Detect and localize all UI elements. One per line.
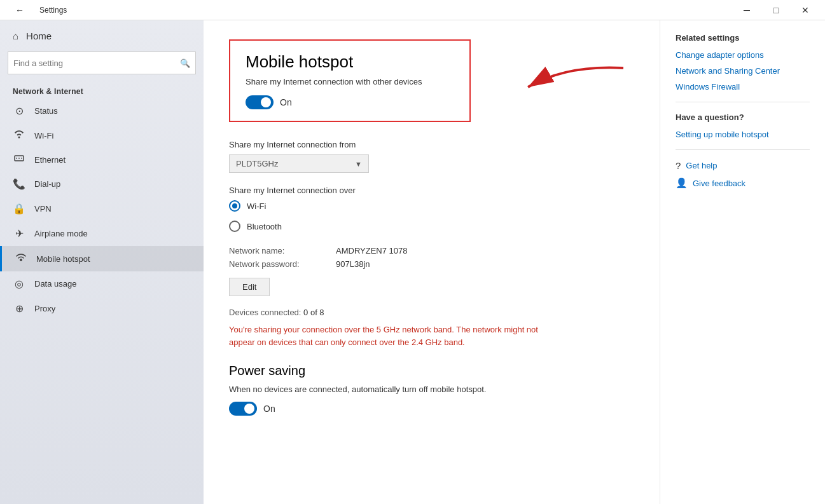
titlebar-controls: ─ □ ✕ <box>732 0 820 20</box>
feedback-icon: 👤 <box>676 177 688 189</box>
sidebar-item-hotspot[interactable]: Mobile hotspot <box>0 246 204 271</box>
status-icon: ⊙ <box>13 105 25 117</box>
hotspot-subtitle: Share my Internet connection with other … <box>246 77 454 86</box>
sidebar-item-label: Status <box>34 106 58 116</box>
dialup-icon: 📞 <box>13 178 25 190</box>
close-button[interactable]: ✕ <box>791 0 820 20</box>
main-area: Mobile hotspot Share my Internet connect… <box>204 20 825 504</box>
help-icon: ? <box>676 160 681 171</box>
change-adapter-link[interactable]: Change adapter options <box>676 50 810 60</box>
home-icon: ⌂ <box>13 31 18 41</box>
toggle-knob <box>261 97 271 107</box>
titlebar-left: ← Settings <box>5 0 67 20</box>
sidebar-item-label: VPN <box>34 204 52 214</box>
radio-wifi[interactable]: Wi-Fi <box>229 200 634 212</box>
related-settings-title: Related settings <box>676 33 810 43</box>
devices-connected-value: 0 of 8 <box>303 308 324 317</box>
sidebar-item-label: Airplane mode <box>34 229 88 238</box>
sidebar-item-label: Ethernet <box>34 155 66 165</box>
sidebar-item-dialup[interactable]: 📞 Dial-up <box>0 172 204 196</box>
titlebar: ← Settings ─ □ ✕ <box>0 0 825 20</box>
toggle-row: On <box>246 95 454 109</box>
sidebar-item-datausage[interactable]: ◎ Data usage <box>0 271 204 296</box>
divider2 <box>676 149 810 150</box>
divider <box>676 102 810 102</box>
network-name-value: AMDRYZEN7 1078 <box>336 246 634 255</box>
share-from-dropdown[interactable]: PLDT5GHz ▼ <box>229 154 369 173</box>
sidebar: ⌂ Home 🔍 Network & Internet ⊙ Status Wi-… <box>0 20 204 504</box>
power-saving-toggle[interactable] <box>229 402 257 416</box>
airplane-icon: ✈ <box>13 228 25 240</box>
minimize-button[interactable]: ─ <box>732 0 761 20</box>
get-help-link[interactable]: Get help <box>686 161 717 170</box>
search-box[interactable]: 🔍 <box>8 51 196 74</box>
proxy-icon: ⊕ <box>13 303 25 315</box>
get-help-item[interactable]: ? Get help <box>676 160 810 171</box>
sidebar-item-label: Dial-up <box>34 179 60 189</box>
ethernet-icon <box>13 154 25 165</box>
home-item[interactable]: ⌂ Home <box>0 20 204 51</box>
hotspot-icon <box>15 252 27 265</box>
network-password-label: Network password: <box>229 259 331 269</box>
sidebar-item-proxy[interactable]: ⊕ Proxy <box>0 296 204 321</box>
sidebar-item-label: Data usage <box>34 279 77 289</box>
sidebar-item-status[interactable]: ⊙ Status <box>0 99 204 123</box>
devices-connected-label: Devices connected: <box>229 308 303 317</box>
radio-bluetooth-label: Bluetooth <box>247 222 282 231</box>
share-over-label: Share my Internet connection over <box>229 186 634 195</box>
sidebar-item-ethernet[interactable]: Ethernet <box>0 147 204 172</box>
radio-bluetooth-circle <box>229 221 240 232</box>
arrow-annotation <box>452 58 630 112</box>
app-body: ⌂ Home 🔍 Network & Internet ⊙ Status Wi-… <box>0 20 825 504</box>
network-password-value: 907L38jn <box>336 259 634 269</box>
give-feedback-item[interactable]: 👤 Give feedback <box>676 177 810 189</box>
devices-row: Devices connected: 0 of 8 <box>229 308 634 317</box>
warning-text: You're sharing your connection over the … <box>229 324 547 348</box>
hotspot-toggle-label: On <box>280 97 292 107</box>
chevron-down-icon: ▼ <box>355 160 362 168</box>
setup-hotspot-link[interactable]: Setting up mobile hotspot <box>676 130 810 139</box>
wifi-icon <box>13 130 25 141</box>
hotspot-toggle[interactable] <box>246 95 274 109</box>
sidebar-item-label: Wi-Fi <box>34 131 53 140</box>
radio-wifi-label: Wi-Fi <box>247 201 266 211</box>
sharing-center-link[interactable]: Network and Sharing Center <box>676 66 810 76</box>
maximize-button[interactable]: □ <box>761 0 791 20</box>
radio-bluetooth[interactable]: Bluetooth <box>229 221 634 232</box>
vpn-icon: 🔒 <box>13 203 25 215</box>
power-saving-title: Power saving <box>229 364 634 378</box>
sidebar-item-vpn[interactable]: 🔒 VPN <box>0 196 204 221</box>
datausage-icon: ◎ <box>13 278 25 290</box>
search-icon: 🔍 <box>180 58 190 68</box>
network-name-label: Network name: <box>229 246 331 255</box>
sidebar-item-label: Mobile hotspot <box>36 254 90 264</box>
svg-point-4 <box>20 259 22 261</box>
power-saving-desc: When no devices are connected, automatic… <box>229 385 634 394</box>
sidebar-item-airplane[interactable]: ✈ Airplane mode <box>0 221 204 246</box>
firewall-link[interactable]: Windows Firewall <box>676 82 810 92</box>
power-saving-toggle-knob <box>244 404 254 414</box>
radio-wifi-circle <box>229 200 240 212</box>
dropdown-value: PLDT5GHz <box>236 159 278 168</box>
home-label: Home <box>26 31 52 41</box>
radio-group: Wi-Fi Bluetooth <box>229 200 634 232</box>
hotspot-title: Mobile hotspot <box>246 52 454 72</box>
sidebar-item-label: Proxy <box>34 304 55 313</box>
edit-button[interactable]: Edit <box>229 278 270 296</box>
sidebar-section-title: Network & Internet <box>0 82 204 99</box>
network-info: Network name: AMDRYZEN7 1078 Network pas… <box>229 246 634 269</box>
give-feedback-link[interactable]: Give feedback <box>693 179 745 188</box>
back-button[interactable]: ← <box>5 0 34 20</box>
power-saving-toggle-label: On <box>263 404 275 414</box>
hotspot-box: Mobile hotspot Share my Internet connect… <box>229 39 471 122</box>
app-title: Settings <box>39 6 67 15</box>
power-saving-toggle-row: On <box>229 402 634 416</box>
content: Mobile hotspot Share my Internet connect… <box>204 20 660 504</box>
sidebar-item-wifi[interactable]: Wi-Fi <box>0 123 204 147</box>
share-from-label: Share my Internet connection from <box>229 140 634 149</box>
search-input[interactable] <box>13 58 180 68</box>
question-title: Have a question? <box>676 112 810 122</box>
right-panel: Related settings Change adapter options … <box>660 20 825 504</box>
